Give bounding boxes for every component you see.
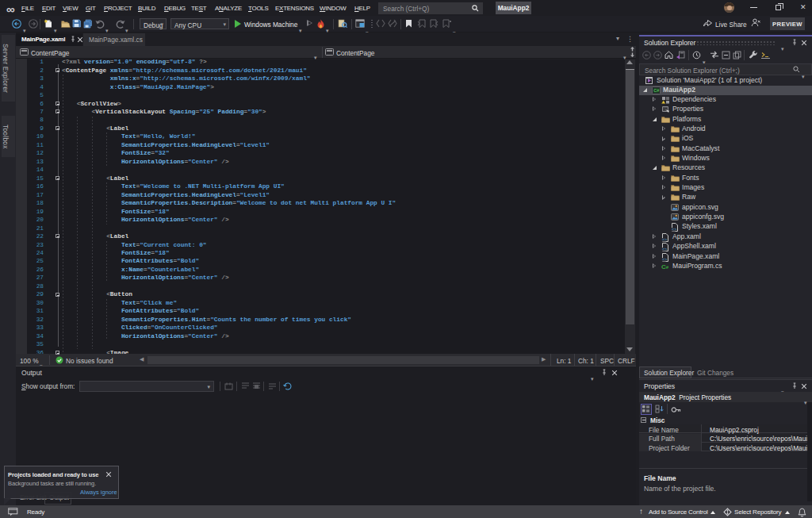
svg-text:<>: <> <box>662 237 667 242</box>
svg-text:C#: C# <box>653 88 659 93</box>
svg-text:<>: <> <box>672 228 676 232</box>
svg-text:<>: <> <box>662 257 667 262</box>
svg-text:C#: C# <box>661 263 669 270</box>
svg-text:<>: <> <box>662 247 667 251</box>
